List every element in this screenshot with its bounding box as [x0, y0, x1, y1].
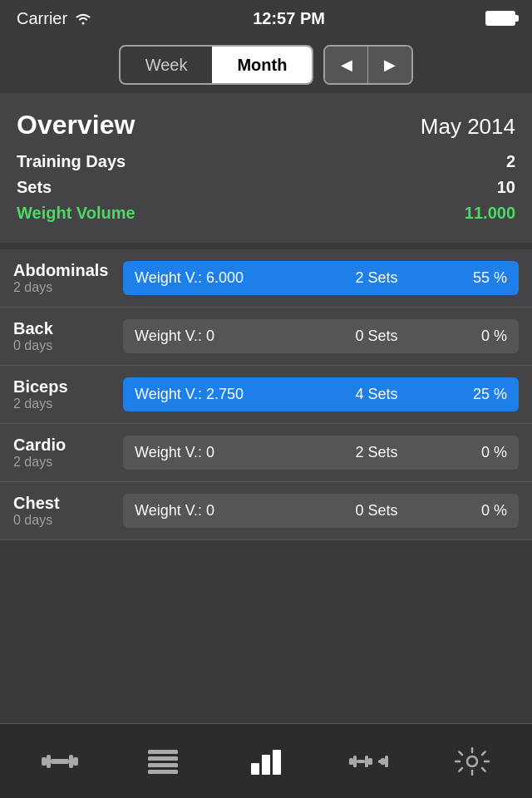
- muscle-stats: Weight V.: 02 Sets0 %: [123, 436, 519, 470]
- status-bar: Carrier 12:57 PM: [0, 0, 532, 37]
- stat-weight: Weight V.: 0: [135, 444, 296, 461]
- stat-sets: 2 Sets: [296, 269, 457, 287]
- svg-rect-19: [378, 760, 387, 763]
- tab-workouts[interactable]: [8, 746, 111, 776]
- stat-weight: Weight V.: 2.750: [135, 386, 296, 403]
- stat-pct: 25 %: [457, 386, 507, 403]
- overview-title: Overview: [17, 110, 135, 140]
- wifi-icon: [74, 12, 92, 25]
- muscle-days: 2 days: [13, 455, 113, 470]
- weight-volume-label: Weight Volume: [17, 204, 135, 223]
- stat-pct: 0 %: [457, 444, 507, 461]
- svg-rect-5: [148, 750, 178, 754]
- svg-rect-8: [148, 770, 178, 774]
- svg-rect-11: [273, 750, 281, 775]
- muscle-info: Abdominals2 days: [13, 261, 113, 295]
- nav-arrows: ◀ ▶: [323, 45, 413, 85]
- carrier-wifi: Carrier: [17, 9, 92, 28]
- muscle-name: Cardio: [13, 436, 113, 455]
- weight-volume-row: Weight Volume 11.000: [17, 200, 515, 226]
- muscle-stats: Weight V.: 6.0002 Sets55 %: [123, 261, 519, 295]
- stat-pct: 55 %: [457, 269, 507, 287]
- muscle-name: Back: [13, 319, 113, 338]
- carrier-label: Carrier: [17, 9, 67, 28]
- muscle-name: Chest: [13, 494, 113, 513]
- settings-icon: [454, 746, 490, 776]
- time-label: 12:57 PM: [253, 9, 325, 28]
- muscle-info: Biceps2 days: [13, 377, 113, 411]
- tab-stats[interactable]: [214, 746, 318, 776]
- stat-sets: 4 Sets: [296, 386, 457, 403]
- muscle-stats: Weight V.: 00 Sets0 %: [123, 319, 519, 353]
- stat-weight: Weight V.: 0: [135, 502, 296, 520]
- muscle-item[interactable]: Biceps2 daysWeight V.: 2.7504 Sets25 %: [0, 366, 532, 424]
- overview-date: May 2014: [421, 114, 515, 140]
- stat-sets: 0 Sets: [296, 502, 457, 520]
- muscle-item[interactable]: Cardio2 daysWeight V.: 02 Sets0 %: [0, 424, 532, 482]
- svg-rect-10: [262, 755, 270, 775]
- stat-pct: 0 %: [457, 502, 507, 520]
- svg-rect-12: [349, 758, 353, 765]
- svg-rect-9: [251, 763, 259, 775]
- training-days-label: Training Days: [17, 152, 126, 171]
- period-segmented-control[interactable]: Week Month: [119, 45, 314, 85]
- svg-rect-6: [148, 756, 178, 761]
- stat-pct: 0 %: [457, 328, 507, 345]
- svg-rect-4: [73, 757, 78, 766]
- svg-rect-0: [42, 757, 47, 766]
- battery-icon: [485, 11, 515, 26]
- exercise-icon: [349, 746, 389, 776]
- muscle-stats: Weight V.: 2.7504 Sets25 %: [123, 377, 519, 411]
- stat-sets: 0 Sets: [296, 328, 457, 345]
- muscle-item[interactable]: Chest0 daysWeight V.: 00 Sets0 %: [0, 482, 532, 540]
- stat-weight: Weight V.: 0: [135, 328, 296, 345]
- muscle-name: Biceps: [13, 377, 113, 397]
- svg-rect-15: [365, 756, 368, 767]
- muscle-item[interactable]: Abdominals2 daysWeight V.: 6.0002 Sets55…: [0, 249, 532, 308]
- muscle-name: Abdominals: [13, 261, 113, 280]
- tab-bar: [0, 723, 532, 798]
- tab-settings[interactable]: [421, 746, 524, 776]
- battery-indicator: [485, 11, 515, 26]
- training-days-value: 2: [506, 152, 515, 171]
- muscle-item[interactable]: Back0 daysWeight V.: 00 Sets0 %: [0, 308, 532, 366]
- muscle-info: Back0 days: [13, 319, 113, 353]
- svg-rect-7: [148, 763, 178, 767]
- sets-label: Sets: [17, 178, 52, 197]
- svg-rect-2: [51, 759, 69, 764]
- svg-point-21: [467, 756, 477, 766]
- weight-volume-value: 11.000: [465, 204, 515, 223]
- muscle-days: 0 days: [13, 513, 113, 528]
- muscle-stats: Weight V.: 00 Sets0 %: [123, 494, 519, 528]
- chart-icon: [248, 746, 284, 776]
- overview-header: Overview May 2014: [17, 110, 515, 140]
- svg-rect-3: [69, 755, 73, 768]
- month-tab[interactable]: Month: [212, 47, 312, 83]
- muscle-days: 2 days: [13, 280, 113, 295]
- stat-sets: 2 Sets: [296, 444, 457, 461]
- muscle-days: 0 days: [13, 338, 113, 353]
- next-button[interactable]: ▶: [368, 47, 411, 83]
- training-days-row: Training Days 2: [17, 149, 515, 175]
- tab-list[interactable]: [111, 746, 214, 776]
- muscle-info: Chest0 days: [13, 494, 113, 528]
- week-tab[interactable]: Week: [121, 47, 213, 83]
- list-icon: [146, 746, 180, 776]
- muscle-days: 2 days: [13, 397, 113, 411]
- muscle-group-list: Abdominals2 daysWeight V.: 6.0002 Sets55…: [0, 249, 532, 540]
- sets-row: Sets 10: [17, 175, 515, 200]
- svg-rect-14: [357, 760, 365, 763]
- svg-rect-13: [353, 756, 357, 767]
- svg-rect-16: [368, 758, 372, 765]
- muscle-info: Cardio2 days: [13, 436, 113, 470]
- tab-exercises[interactable]: [318, 746, 421, 776]
- nav-bar: Week Month ◀ ▶: [0, 37, 532, 93]
- dumbbell-icon: [42, 746, 78, 776]
- svg-rect-1: [47, 755, 51, 768]
- stat-weight: Weight V.: 6.000: [135, 269, 296, 287]
- sets-value: 10: [497, 178, 515, 197]
- prev-button[interactable]: ◀: [325, 47, 368, 83]
- overview-section: Overview May 2014 Training Days 2 Sets 1…: [0, 93, 532, 243]
